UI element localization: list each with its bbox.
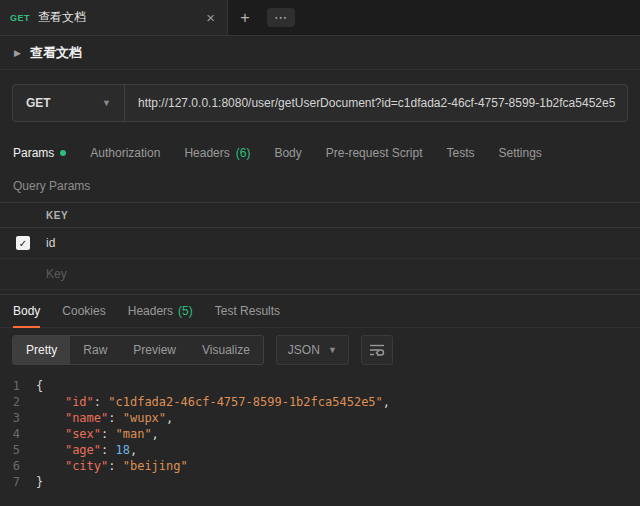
code-line-content: "id": "c1dfada2-46cf-4757-8599-1b2fca545… bbox=[36, 394, 390, 410]
plus-icon: + bbox=[240, 9, 249, 27]
row-check-column: ✓ bbox=[0, 236, 46, 250]
table-row-empty[interactable]: Key bbox=[0, 259, 640, 290]
code-line-content: "name": "wupx", bbox=[36, 410, 173, 426]
code-line: 4 "sex": "man", bbox=[0, 426, 640, 442]
code-line: 3 "name": "wupx", bbox=[0, 410, 640, 426]
response-tab-cookies-label: Cookies bbox=[62, 304, 105, 318]
line-number: 3 bbox=[0, 410, 36, 426]
response-tabs: Body Cookies Headers (5) Test Results bbox=[0, 294, 640, 328]
pretty-button[interactable]: Pretty bbox=[13, 336, 70, 364]
request-name-header[interactable]: ▶ 查看文档 bbox=[0, 36, 640, 70]
line-number: 6 bbox=[0, 458, 36, 474]
param-key-cell[interactable]: id bbox=[46, 236, 640, 250]
table-row[interactable]: ✓ id bbox=[0, 228, 640, 259]
visualize-button[interactable]: Visualize bbox=[189, 336, 263, 364]
ellipsis-icon: ⋯ bbox=[267, 8, 295, 27]
tab-tests-label: Tests bbox=[446, 146, 474, 160]
code-line: 2 "id": "c1dfada2-46cf-4757-8599-1b2fca5… bbox=[0, 394, 640, 410]
language-label: JSON bbox=[288, 343, 320, 357]
tab-body[interactable]: Body bbox=[274, 136, 301, 170]
response-code: 1{2 "id": "c1dfada2-46cf-4757-8599-1b2fc… bbox=[0, 372, 640, 506]
method-label: GET bbox=[26, 96, 51, 110]
tab-bar: GET 查看文档 × + ⋯ bbox=[0, 0, 640, 36]
key-column-header: KEY bbox=[46, 210, 640, 221]
code-line-content: "city": "beijing" bbox=[36, 458, 188, 474]
chevron-right-icon: ▶ bbox=[14, 48, 21, 58]
line-number: 1 bbox=[0, 378, 36, 394]
tab-settings[interactable]: Settings bbox=[499, 136, 542, 170]
row-checkbox[interactable]: ✓ bbox=[16, 236, 30, 250]
more-tabs-button[interactable]: ⋯ bbox=[264, 0, 298, 35]
tab-headers-label: Headers bbox=[184, 146, 229, 160]
preview-button[interactable]: Preview bbox=[120, 336, 189, 364]
tab-params-label: Params bbox=[13, 146, 54, 160]
line-number: 2 bbox=[0, 394, 36, 410]
raw-button[interactable]: Raw bbox=[70, 336, 120, 364]
code-line: 7} bbox=[0, 474, 640, 490]
tab-authorization[interactable]: Authorization bbox=[90, 136, 160, 170]
code-line-content: "age": 18, bbox=[36, 442, 137, 458]
request-name: 查看文档 bbox=[30, 44, 82, 62]
code-line-content: { bbox=[36, 378, 43, 394]
request-tab[interactable]: GET 查看文档 × bbox=[0, 0, 228, 35]
response-tab-body-label: Body bbox=[13, 304, 40, 318]
method-select[interactable]: GET ▼ bbox=[13, 85, 125, 121]
response-headers-count: (5) bbox=[178, 304, 193, 318]
response-toolbar: Pretty Raw Preview Visualize JSON ▼ bbox=[0, 328, 640, 372]
response-tab-cookies[interactable]: Cookies bbox=[62, 295, 105, 327]
code-line-content: "sex": "man", bbox=[36, 426, 159, 442]
query-params-section-label: Query Params bbox=[0, 170, 640, 202]
query-params-header-row: KEY bbox=[0, 202, 640, 228]
response-tab-headers[interactable]: Headers (5) bbox=[128, 295, 193, 327]
response-tab-test-results-label: Test Results bbox=[215, 304, 280, 318]
tab-method-label: GET bbox=[10, 13, 30, 23]
tab-body-label: Body bbox=[274, 146, 301, 160]
chevron-down-icon: ▼ bbox=[102, 98, 111, 108]
tab-params[interactable]: Params bbox=[13, 136, 66, 170]
tab-settings-label: Settings bbox=[499, 146, 542, 160]
new-tab-button[interactable]: + bbox=[228, 0, 262, 35]
headers-count: (6) bbox=[236, 146, 251, 160]
chevron-down-icon: ▼ bbox=[328, 345, 337, 355]
wrap-lines-button[interactable] bbox=[361, 335, 393, 365]
code-line-content: } bbox=[36, 474, 43, 490]
tab-pre-request-script[interactable]: Pre-request Script bbox=[326, 136, 423, 170]
postman-app: GET 查看文档 × + ⋯ ▶ 查看文档 GET ▼ http://127.0… bbox=[0, 0, 640, 506]
url-bar: GET ▼ http://127.0.0.1:8080/user/getUser… bbox=[12, 84, 628, 122]
tab-authorization-label: Authorization bbox=[90, 146, 160, 160]
response-tab-body[interactable]: Body bbox=[13, 295, 40, 327]
line-number: 5 bbox=[0, 442, 36, 458]
tab-tests[interactable]: Tests bbox=[446, 136, 474, 170]
code-line: 1{ bbox=[0, 378, 640, 394]
tab-pre-request-script-label: Pre-request Script bbox=[326, 146, 423, 160]
params-active-dot bbox=[60, 150, 66, 156]
language-select[interactable]: JSON ▼ bbox=[276, 335, 349, 365]
tab-title: 查看文档 bbox=[38, 9, 196, 26]
url-input[interactable]: http://127.0.0.1:8080/user/getUserDocume… bbox=[125, 85, 627, 121]
view-mode-group: Pretty Raw Preview Visualize bbox=[12, 335, 264, 365]
check-icon: ✓ bbox=[19, 238, 27, 249]
response-tab-headers-label: Headers bbox=[128, 304, 173, 318]
response-tab-test-results[interactable]: Test Results bbox=[215, 295, 280, 327]
tab-headers[interactable]: Headers (6) bbox=[184, 136, 250, 170]
param-key-input-placeholder[interactable]: Key bbox=[46, 267, 640, 281]
close-tab-icon[interactable]: × bbox=[204, 10, 217, 25]
code-line: 6 "city": "beijing" bbox=[0, 458, 640, 474]
line-number: 4 bbox=[0, 426, 36, 442]
wrap-lines-icon bbox=[369, 343, 385, 357]
url-section: GET ▼ http://127.0.0.1:8080/user/getUser… bbox=[0, 70, 640, 136]
request-tabs: Params Authorization Headers (6) Body Pr… bbox=[0, 136, 640, 170]
line-number: 7 bbox=[0, 474, 36, 490]
code-line: 5 "age": 18, bbox=[0, 442, 640, 458]
